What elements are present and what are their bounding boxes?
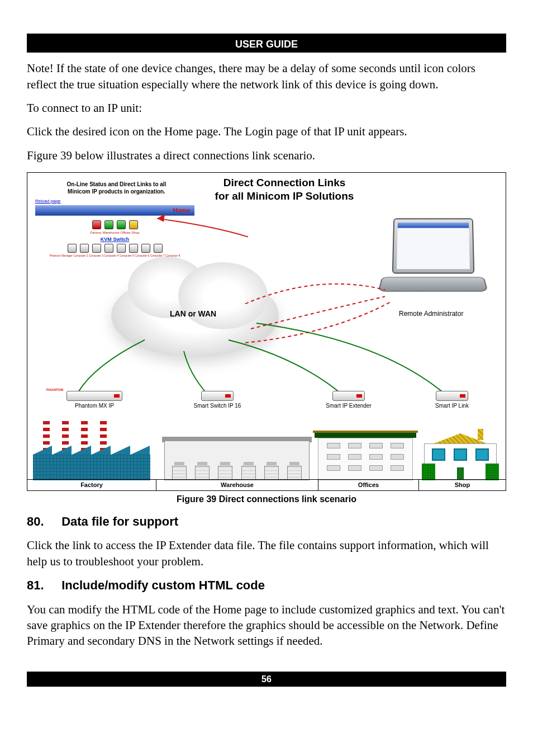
locations-row: Factory Warehouse Offices Shop — [27, 418, 506, 490]
device-box — [66, 391, 122, 401]
phantom-tag: PHANTOM — [46, 388, 63, 392]
device-smart-extender: Smart IP Extender — [312, 391, 385, 410]
offices-icon — [318, 432, 413, 480]
figure-reference: Figure 39 below illustrates a direct con… — [27, 148, 506, 163]
device-box — [201, 391, 234, 401]
connect-step: Click the desired icon on the Home page.… — [27, 124, 506, 139]
device-label: Smart Switch IP 16 — [194, 403, 241, 409]
page-number: 56 — [261, 674, 272, 684]
section-80-number: 80. — [27, 513, 58, 530]
device-label: Smart IP Link — [435, 403, 469, 409]
section-80-body: Click the link to access the IP Extender… — [27, 537, 506, 569]
figure-caption: Figure 39 Direct connections link scenar… — [27, 493, 506, 505]
header-title: USER GUIDE — [235, 39, 298, 50]
section-80-heading: 80. Data file for support — [27, 513, 506, 530]
device-phantom: PHANTOM Phantom MX IP — [50, 391, 139, 410]
label-warehouse: Warehouse — [156, 479, 318, 490]
device-label: Phantom MX IP — [75, 403, 114, 409]
warehouse-icon — [164, 441, 310, 480]
note-paragraph: Note! If the state of one device changes… — [27, 60, 506, 92]
section-81-body: You can modify the HTML code of the Home… — [27, 602, 506, 649]
header-bar: USER GUIDE — [27, 34, 506, 53]
figure-39: Direct Connection Links for all Minicom … — [27, 172, 506, 491]
connect-intro: To connect to an IP unit: — [27, 100, 506, 116]
section-80-title: Data file for support — [61, 514, 178, 528]
label-offices: Offices — [318, 479, 418, 490]
device-row: PHANTOM Phantom MX IP Smart Switch IP 16… — [27, 391, 506, 411]
factory-icon — [33, 419, 150, 480]
device-box — [332, 391, 365, 401]
shop-icon — [424, 433, 497, 480]
label-shop: Shop — [418, 479, 506, 490]
section-81-number: 81. — [27, 577, 58, 594]
footer-bar: 56 — [27, 672, 506, 687]
location-labels: Factory Warehouse Offices Shop — [27, 479, 506, 490]
device-smart-link: Smart IP Link — [418, 391, 486, 410]
label-factory: Factory — [27, 479, 156, 490]
device-smart-switch: Smart Switch IP 16 — [184, 391, 251, 410]
device-label: Smart IP Extender — [326, 403, 372, 409]
lan-wan-label: LAN or WAN — [170, 309, 216, 319]
device-box — [436, 391, 468, 401]
section-81-title: Include/modify custom HTML code — [61, 578, 265, 592]
section-81-heading: 81. Include/modify custom HTML code — [27, 577, 506, 594]
